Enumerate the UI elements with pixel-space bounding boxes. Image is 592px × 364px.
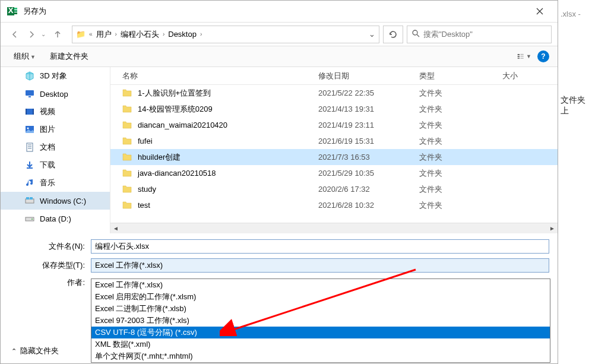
column-name[interactable]: 名称 xyxy=(122,71,318,81)
svg-rect-8 xyxy=(518,58,520,59)
sidebar-item-label: Windows (C:) xyxy=(40,197,86,205)
filetype-option[interactable]: 单个文件网页(*.mht;*.mhtml) xyxy=(91,350,550,362)
column-size[interactable]: 大小 xyxy=(502,71,538,81)
svg-point-28 xyxy=(31,219,33,220)
svg-rect-9 xyxy=(520,54,523,55)
svg-rect-11 xyxy=(520,58,523,59)
filetype-option[interactable]: XML 数据(*.xml) xyxy=(91,338,550,350)
close-button[interactable] xyxy=(528,1,552,22)
author-label: 作者: xyxy=(9,277,91,288)
file-name: study xyxy=(138,185,318,194)
breadcrumb-desktop[interactable]: Desktop xyxy=(166,30,199,39)
sidebar-item-1[interactable]: Desktop xyxy=(1,85,110,103)
svg-rect-2 xyxy=(14,8,17,10)
folder-icon xyxy=(122,153,133,162)
file-type: 文件夹 xyxy=(419,104,502,115)
chevron-right-icon: › xyxy=(199,31,203,37)
sidebar-item-label: 音乐 xyxy=(40,178,55,188)
folder-icon xyxy=(122,137,133,146)
search-box[interactable] xyxy=(407,26,552,43)
filetype-label: 保存类型(T): xyxy=(9,260,91,271)
file-name: 14-校园管理系统0209 xyxy=(138,104,318,115)
filetype-option[interactable]: Excel 工作簿(*.xlsx) xyxy=(91,279,550,291)
svg-rect-12 xyxy=(26,90,34,96)
filename-input[interactable] xyxy=(91,239,549,254)
back-button[interactable] xyxy=(7,26,23,43)
sidebar-item-8[interactable]: Data (D:) xyxy=(1,210,110,227)
sidebar-item-4[interactable]: 文档 xyxy=(1,138,110,156)
up-button[interactable] xyxy=(49,26,66,43)
organize-button[interactable]: 组织▼ xyxy=(9,49,40,64)
forward-button[interactable] xyxy=(23,26,40,43)
folder-icon xyxy=(122,185,133,194)
save-as-dialog: X 另存为 ⌄ 📁 « 用户 › 编程小石头 › Desktop › ⌄ xyxy=(0,0,558,364)
filetype-option[interactable]: Excel 二进制工作簿(*.xlsb) xyxy=(91,303,550,315)
filetype-dropdown: Excel 工作簿(*.xlsx)Excel 启用宏的工作簿(*.xlsm)Ex… xyxy=(91,278,550,363)
chevron-right-icon: › xyxy=(162,31,166,37)
filetype-option[interactable]: Excel 97-2003 工作簿(*.xls) xyxy=(91,315,550,327)
background-text-fragment: 文件夹上 xyxy=(561,95,592,116)
folder-icon: 📁 xyxy=(76,30,86,39)
file-name: fufei xyxy=(138,137,318,145)
refresh-button[interactable] xyxy=(383,26,403,43)
sidebar-item-5[interactable]: 下载 xyxy=(1,156,110,174)
file-list: 1-人脸识别+位置签到2021/5/22 22:35文件夹14-校园管理系统02… xyxy=(110,85,558,223)
breadcrumb-dropdown[interactable]: ⌄ xyxy=(369,30,375,39)
sidebar-item-3[interactable]: 图片 xyxy=(1,121,110,138)
svg-rect-14 xyxy=(26,109,34,115)
svg-rect-19 xyxy=(27,143,33,151)
nav-history-dropdown[interactable]: ⌄ xyxy=(41,31,46,37)
svg-rect-16 xyxy=(33,109,34,115)
chevron-up-icon: ⌃ xyxy=(11,347,17,355)
breadcrumb-users[interactable]: 用户 xyxy=(94,29,114,40)
file-row[interactable]: test2021/6/28 10:32文件夹 xyxy=(110,197,558,213)
file-date: 2021/4/13 19:31 xyxy=(318,105,419,113)
file-row[interactable]: fufei2021/6/19 15:31文件夹 xyxy=(110,133,558,149)
toolbar: 组织▼ 新建文件夹 ▼ ? xyxy=(1,46,558,67)
svg-rect-10 xyxy=(520,56,523,56)
column-date[interactable]: 修改日期 xyxy=(318,71,419,81)
svg-rect-24 xyxy=(26,199,34,203)
scroll-left-icon[interactable]: ◄ xyxy=(110,224,121,233)
file-row[interactable]: java-diancan202105182021/5/29 10:35文件夹 xyxy=(110,165,558,181)
filetype-option[interactable]: CSV UTF-8 (逗号分隔) (*.csv) xyxy=(91,327,550,338)
breadcrumb-user[interactable]: 编程小石头 xyxy=(118,29,162,40)
breadcrumb[interactable]: 📁 « 用户 › 编程小石头 › Desktop › ⌄ xyxy=(72,26,379,43)
excel-icon: X xyxy=(7,5,18,17)
column-type[interactable]: 类型 xyxy=(419,71,502,81)
sidebar-item-label: 视频 xyxy=(40,106,55,117)
svg-rect-6 xyxy=(518,54,520,55)
filetype-select[interactable]: Excel 工作簿(*.xlsx) xyxy=(91,258,549,273)
video-icon xyxy=(24,106,35,117)
search-input[interactable] xyxy=(423,30,546,39)
help-button[interactable]: ? xyxy=(537,50,549,62)
column-headers: 名称 修改日期 类型 大小 xyxy=(110,67,558,85)
image-icon xyxy=(24,124,35,135)
file-name: diancan_waimai20210420 xyxy=(138,121,318,129)
new-folder-button[interactable]: 新建文件夹 xyxy=(45,49,93,64)
sidebar-item-0[interactable]: 3D 对象 xyxy=(1,67,110,85)
sidebar-item-7[interactable]: Windows (C:) xyxy=(1,192,110,210)
file-row[interactable]: 1-人脸识别+位置签到2021/5/22 22:35文件夹 xyxy=(110,85,558,101)
sidebar-item-2[interactable]: 视频 xyxy=(1,103,110,121)
filetype-option[interactable]: Excel 启用宏的工作簿(*.xlsm) xyxy=(91,291,550,303)
svg-rect-26 xyxy=(30,197,33,200)
file-name: 1-人脸识别+位置签到 xyxy=(138,88,318,99)
background-title-fragment: .xlsx - xyxy=(561,10,581,18)
folder-icon xyxy=(122,201,133,210)
scroll-right-icon[interactable]: ► xyxy=(547,224,558,233)
file-date: 2021/5/29 10:35 xyxy=(318,169,419,178)
hide-folders-toggle[interactable]: ⌃ 隐藏文件夹 xyxy=(11,346,59,356)
file-row[interactable]: hbuilder创建2021/7/3 16:53文件夹 xyxy=(110,149,558,165)
sidebar-item-label: Data (D:) xyxy=(40,214,71,223)
horizontal-scrollbar[interactable]: ◄ ► xyxy=(110,223,558,233)
file-row[interactable]: diancan_waimai202104202021/4/19 23:11文件夹 xyxy=(110,117,558,133)
folder-icon xyxy=(122,88,133,98)
svg-point-5 xyxy=(413,30,417,35)
file-row[interactable]: 14-校园管理系统02092021/4/13 19:31文件夹 xyxy=(110,101,558,117)
view-options-button[interactable]: ▼ xyxy=(517,49,531,64)
svg-rect-4 xyxy=(14,12,17,14)
file-row[interactable]: study2020/2/6 17:32文件夹 xyxy=(110,181,558,197)
download-icon xyxy=(24,160,35,170)
sidebar-item-6[interactable]: 音乐 xyxy=(1,174,110,192)
